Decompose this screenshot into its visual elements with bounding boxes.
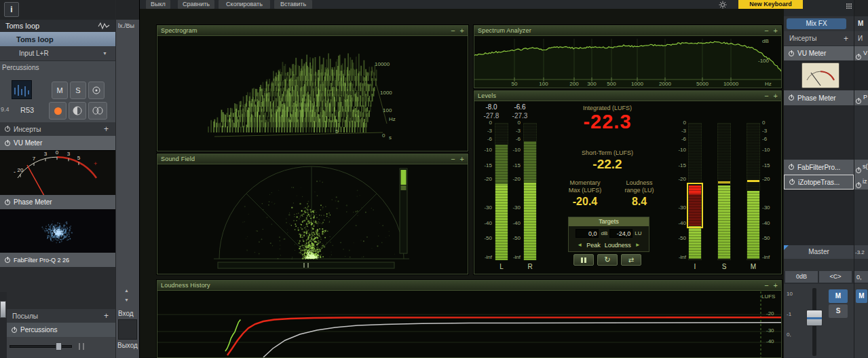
sliver-insert[interactable]: V xyxy=(854,46,868,60)
sliver-insert[interactable]: s( xyxy=(854,160,868,175)
master-label-row[interactable]: Master xyxy=(784,245,854,259)
power-icon[interactable] xyxy=(5,257,10,263)
edge-fader-handle[interactable] xyxy=(0,301,6,318)
selector-peak[interactable]: Peak xyxy=(586,242,601,249)
svg-text:0: 0 xyxy=(56,151,59,156)
meter-scale-label: 0 xyxy=(474,120,492,126)
collapse-icon[interactable]: − xyxy=(451,26,455,35)
sliver-insert[interactable]: P xyxy=(854,90,868,105)
collapse-icon[interactable]: − xyxy=(764,281,768,290)
copy-button[interactable]: Скопировать xyxy=(219,0,270,9)
insert-phase-meter[interactable]: Phase Meter xyxy=(784,90,854,105)
meter-scale-label: -50 xyxy=(474,236,492,241)
collapse-icon[interactable]: − xyxy=(764,92,768,101)
record-arm-button[interactable] xyxy=(49,102,67,120)
scroll-down-icon[interactable]: ▼ xyxy=(124,298,129,302)
pan-button[interactable] xyxy=(69,102,86,120)
short-term-label: Short-Term (LUFS) xyxy=(540,149,675,156)
power-icon[interactable] xyxy=(856,183,861,188)
input-echo-button[interactable] xyxy=(88,82,105,99)
spacer xyxy=(854,60,868,90)
insert-vu-meter[interactable]: VU Meter xyxy=(0,136,115,150)
scroll-up-icon[interactable]: ▲ xyxy=(124,288,129,293)
send-output-icon[interactable] xyxy=(77,342,87,351)
selector-prev-icon[interactable]: ◄ xyxy=(577,242,582,248)
menu-dots-icon[interactable] xyxy=(846,3,848,5)
power-icon[interactable] xyxy=(5,141,10,146)
target-peak-field[interactable]: 0,0 xyxy=(575,229,599,238)
svg-text:7: 7 xyxy=(33,156,36,162)
send-slider-track[interactable] xyxy=(10,345,72,348)
power-icon[interactable] xyxy=(856,99,861,104)
loudness-range-value: 8.4 xyxy=(616,196,663,208)
fader-handle[interactable] xyxy=(806,310,823,326)
sliver-insert[interactable]: iz xyxy=(854,175,868,190)
input-selector[interactable]: Input L+R ▼ xyxy=(0,46,115,61)
pause-button[interactable] xyxy=(573,254,594,266)
meter-scale-label: -3 xyxy=(474,128,492,134)
mute-button[interactable]: M xyxy=(829,289,848,303)
pan-readout[interactable]: <C> xyxy=(819,271,852,283)
paste-button[interactable]: Вставить xyxy=(274,0,312,9)
solo-button[interactable]: S xyxy=(829,304,848,318)
power-icon[interactable] xyxy=(5,200,10,205)
solo-button[interactable]: S xyxy=(70,82,86,99)
io-column-header xyxy=(116,0,140,20)
waveform-icon[interactable] xyxy=(98,22,110,30)
gain-readout[interactable]: 0dB xyxy=(785,271,818,283)
reset-button[interactable]: ↻ xyxy=(597,254,618,266)
mixfx-row: Mix FX xyxy=(784,16,854,31)
pan-icon xyxy=(72,105,83,116)
loop-button[interactable]: ⇄ xyxy=(621,254,641,266)
preset-selector[interactable]: New Keyboard xyxy=(738,0,803,9)
plugin-window: Выкл Сравнить Скопировать Вставить Spect… xyxy=(139,0,784,358)
target-loudness-field[interactable]: -24,0 xyxy=(609,229,633,238)
info-button[interactable]: i xyxy=(4,2,19,17)
compare-button[interactable]: Сравнить xyxy=(178,0,214,9)
freq-unit-label: Hz xyxy=(389,116,396,122)
add-insert-button[interactable]: + xyxy=(104,124,109,134)
add-send-button[interactable]: + xyxy=(104,311,109,321)
track-name-field[interactable]: Toms loop xyxy=(0,32,115,46)
interleave-button[interactable] xyxy=(88,102,107,120)
expand-icon[interactable]: + xyxy=(774,92,778,101)
expand-icon[interactable]: + xyxy=(774,26,778,35)
gear-icon[interactable] xyxy=(719,1,727,9)
insert-izotope-selected[interactable]: iZotopeTras... xyxy=(784,175,854,190)
insert-fabfilter[interactable]: FabFilterPro... xyxy=(784,160,854,175)
power-icon[interactable] xyxy=(856,54,861,60)
svg-text:+: + xyxy=(94,160,97,167)
channel-label: I xyxy=(688,263,702,270)
collapse-icon[interactable]: − xyxy=(764,26,768,35)
send-item[interactable]: Percussions xyxy=(7,323,115,337)
power-icon[interactable] xyxy=(789,95,794,101)
meter-scale-label: -50 xyxy=(762,236,780,241)
power-icon[interactable] xyxy=(789,179,795,185)
send-slider-handle[interactable] xyxy=(56,342,62,351)
insert-vu-meter[interactable]: VU Meter xyxy=(784,46,854,60)
track-thumbnail[interactable] xyxy=(12,80,32,99)
power-icon[interactable] xyxy=(12,327,17,333)
inspector-header: i xyxy=(0,0,115,20)
collapse-icon[interactable]: − xyxy=(451,155,455,164)
selector-loudness[interactable]: Loudness xyxy=(605,242,631,249)
add-insert-button[interactable]: + xyxy=(844,34,848,43)
expand-icon[interactable]: + xyxy=(460,155,464,164)
track-inspector: i Toms loop Toms loop Input L+R ▼ Percus… xyxy=(0,0,115,358)
insert-fabfilter[interactable]: FabFilter Pro-Q 2 26 xyxy=(0,253,115,267)
selector-next-icon[interactable]: ► xyxy=(635,242,641,248)
input-section-label: Вход xyxy=(118,310,134,317)
mute-button[interactable]: M xyxy=(856,289,867,303)
power-icon[interactable] xyxy=(789,51,794,56)
power-icon[interactable] xyxy=(856,168,861,173)
track-name-text: Toms loop xyxy=(16,35,54,43)
expand-icon[interactable]: + xyxy=(774,281,778,290)
bypass-button[interactable]: Выкл xyxy=(146,0,170,9)
power-icon[interactable] xyxy=(789,164,794,170)
mixfx-button[interactable]: Mix FX xyxy=(787,18,846,29)
mute-button[interactable]: M xyxy=(52,82,68,99)
expand-icon[interactable]: + xyxy=(460,26,464,35)
insert-phase-meter[interactable]: Phase Meter xyxy=(0,195,115,209)
power-icon[interactable] xyxy=(5,126,10,132)
sends-header: Посылы + xyxy=(7,309,115,323)
